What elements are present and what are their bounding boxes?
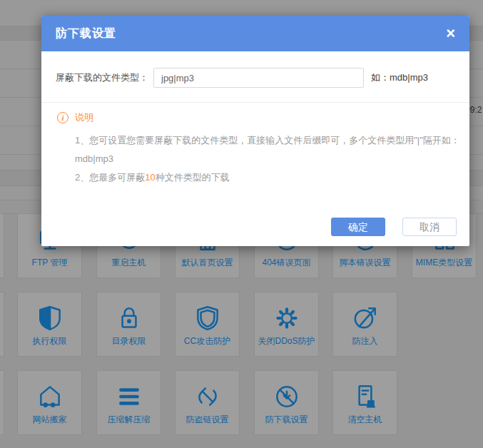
blocked-filetypes-row: 屏蔽下载的文件类型： 如：mdb|mp3 (41, 68, 469, 88)
screen: 09:2 FTP 管理重启主机默认首页设置404错误页面脚本错误设置MIME类型… (0, 0, 483, 448)
note-line-3: 2、您最多可屏蔽10种文件类型的下载 (75, 168, 454, 187)
dialog-header: 防下载设置 × (41, 16, 469, 51)
note-line-1: 1、您可设置您需要屏蔽下载的文件类型，直接输入文件后缀即可，多个文件类型用"|"… (75, 131, 454, 150)
dialog-footer: 确定 取消 (41, 218, 469, 236)
filetypes-example-hint: 如：mdb|mp3 (371, 68, 428, 88)
cancel-button[interactable]: 取消 (402, 218, 457, 236)
note-header: i 说明 (57, 111, 454, 124)
blocked-filetypes-label: 屏蔽下载的文件类型： (56, 68, 153, 88)
note-title: 说明 (75, 111, 93, 124)
note-line-3-suffix: 种文件类型的下载 (156, 172, 230, 183)
dialog-title: 防下载设置 (56, 26, 116, 41)
divider (41, 102, 469, 103)
note-section: i 说明 1、您可设置您需要屏蔽下载的文件类型，直接输入文件后缀即可，多个文件类… (57, 111, 454, 187)
note-line-2: mdb|mp3 (75, 150, 454, 168)
info-icon: i (57, 112, 68, 123)
anti-download-settings-dialog: 防下载设置 × 屏蔽下载的文件类型： 如：mdb|mp3 i 说明 1、您可设置… (41, 16, 469, 246)
close-icon[interactable]: × (443, 24, 458, 43)
blocked-filetypes-input[interactable] (153, 68, 364, 88)
note-line-3-prefix: 2、您最多可屏蔽 (75, 172, 145, 183)
note-limit-highlight: 10 (145, 172, 155, 183)
confirm-button[interactable]: 确定 (331, 218, 385, 236)
